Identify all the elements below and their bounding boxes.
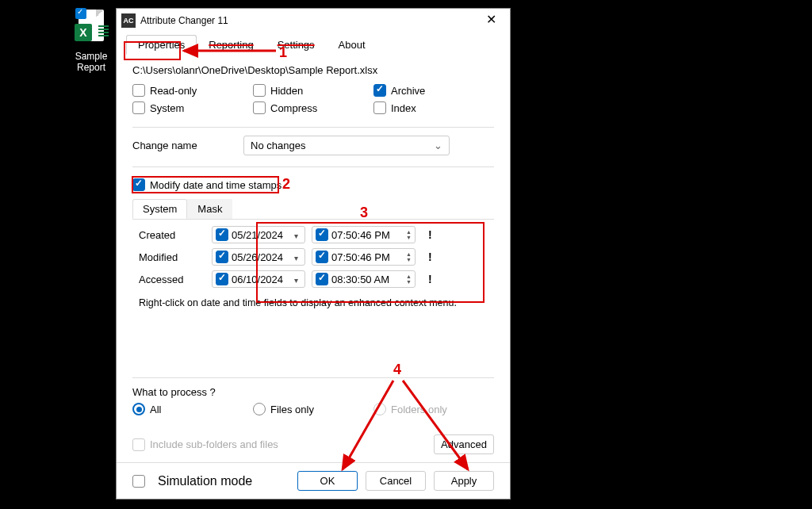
created-label: Created <box>132 229 212 241</box>
label-system: System <box>150 102 184 114</box>
checkbox-modified-time[interactable] <box>316 251 328 263</box>
radio-folders-label: Folders only <box>391 404 447 415</box>
chevron-down-icon <box>434 140 442 151</box>
warning-icon: ! <box>428 251 432 263</box>
desktop-file-icon[interactable]: X Sample Report <box>63 10 119 74</box>
tab-settings[interactable]: Settings <box>266 35 327 55</box>
radio-files-label: Files only <box>270 404 314 415</box>
app-icon: AC <box>121 13 136 28</box>
label-index: Index <box>391 102 416 114</box>
close-button[interactable]: ✕ <box>477 10 505 32</box>
label-compress: Compress <box>270 102 317 114</box>
radio-all[interactable] <box>132 403 145 415</box>
modified-date-value: 05/26/2024 <box>232 251 290 263</box>
warning-icon: ! <box>428 273 432 285</box>
dropdown-icon[interactable] <box>290 251 301 263</box>
accessed-date-value: 06/10/2024 <box>232 274 290 285</box>
tab-about[interactable]: About <box>327 35 377 55</box>
main-tabs: Properties Reporting Settings About <box>117 33 510 55</box>
created-time-field[interactable]: 07:50:46 PM ▲▼ <box>312 226 416 243</box>
label-archive: Archive <box>391 85 425 97</box>
process-label: What to process ? <box>132 386 494 398</box>
spinner-icon[interactable]: ▲▼ <box>406 229 412 240</box>
window-title: Attribute Changer 11 <box>140 15 477 26</box>
attribute-changer-window: AC Attribute Changer 11 ✕ Properties Rep… <box>116 8 511 499</box>
accessed-label: Accessed <box>132 274 212 285</box>
excel-file-icon: X <box>72 10 110 48</box>
created-time-value: 07:50:46 PM <box>331 229 403 241</box>
include-sub-label: Include sub-folders and files <box>150 438 278 450</box>
spinner-icon[interactable]: ▲▼ <box>406 251 412 262</box>
ok-button[interactable]: OK <box>297 471 358 491</box>
checkbox-accessed-time[interactable] <box>316 273 328 285</box>
change-name-select[interactable]: No changes <box>243 136 450 155</box>
change-name-label: Change name <box>132 140 243 151</box>
titlebar: AC Attribute Changer 11 ✕ <box>117 9 510 33</box>
label-hidden: Hidden <box>270 85 303 97</box>
created-date-field[interactable]: 05/21/2024 <box>212 226 305 243</box>
dropdown-icon[interactable] <box>290 229 301 241</box>
checkbox-hidden[interactable] <box>253 84 266 97</box>
accessed-time-field[interactable]: 08:30:50 AM ▲▼ <box>312 270 416 288</box>
checkbox-include-sub <box>132 438 145 451</box>
checkbox-modified-date[interactable] <box>216 251 228 263</box>
tab-properties[interactable]: Properties <box>126 35 197 55</box>
accessed-date-field[interactable]: 06/10/2024 <box>212 270 305 288</box>
checkbox-simulation[interactable] <box>132 475 145 488</box>
created-date-value: 05/21/2024 <box>232 229 290 241</box>
label-readonly: Read-only <box>150 85 197 97</box>
apply-button[interactable]: Apply <box>434 471 494 491</box>
radio-all-label: All <box>150 404 161 415</box>
modified-date-field[interactable]: 05/26/2024 <box>212 248 305 266</box>
tab-reporting[interactable]: Reporting <box>197 35 265 55</box>
checkbox-system[interactable] <box>132 101 145 114</box>
context-menu-hint: Right-click on date and time fields to d… <box>132 293 494 313</box>
subtab-mask[interactable]: Mask <box>187 199 232 219</box>
desktop-file-label: Sample Report <box>63 51 119 74</box>
modified-label: Modified <box>132 251 212 263</box>
simulation-label: Simulation mode <box>158 474 252 488</box>
radio-folders-only <box>373 403 386 415</box>
checkbox-modify-stamps[interactable] <box>132 178 145 191</box>
subtab-system[interactable]: System <box>132 199 187 219</box>
spinner-icon[interactable]: ▲▼ <box>406 274 412 285</box>
file-path: C:\Users\olanr\OneDrive\Desktop\Sample R… <box>132 64 494 76</box>
checkbox-created-time[interactable] <box>316 228 328 241</box>
modified-time-value: 07:50:46 PM <box>331 251 403 263</box>
cancel-button[interactable]: Cancel <box>366 471 426 491</box>
checkbox-compress[interactable] <box>253 101 266 114</box>
checkbox-archive[interactable] <box>373 84 386 97</box>
accessed-time-value: 08:30:50 AM <box>331 274 403 285</box>
checkbox-created-date[interactable] <box>216 228 228 241</box>
advanced-button[interactable]: Advanced <box>434 434 494 454</box>
radio-files-only[interactable] <box>253 403 266 415</box>
warning-icon: ! <box>428 228 432 241</box>
modified-time-field[interactable]: 07:50:46 PM ▲▼ <box>312 248 416 266</box>
change-name-value: No changes <box>251 140 305 151</box>
checkbox-index[interactable] <box>373 101 386 114</box>
modify-stamps-label: Modify date and time stamps <box>150 179 282 191</box>
checkbox-readonly[interactable] <box>132 84 145 97</box>
dropdown-icon[interactable] <box>290 274 301 285</box>
checkbox-accessed-date[interactable] <box>216 273 228 285</box>
